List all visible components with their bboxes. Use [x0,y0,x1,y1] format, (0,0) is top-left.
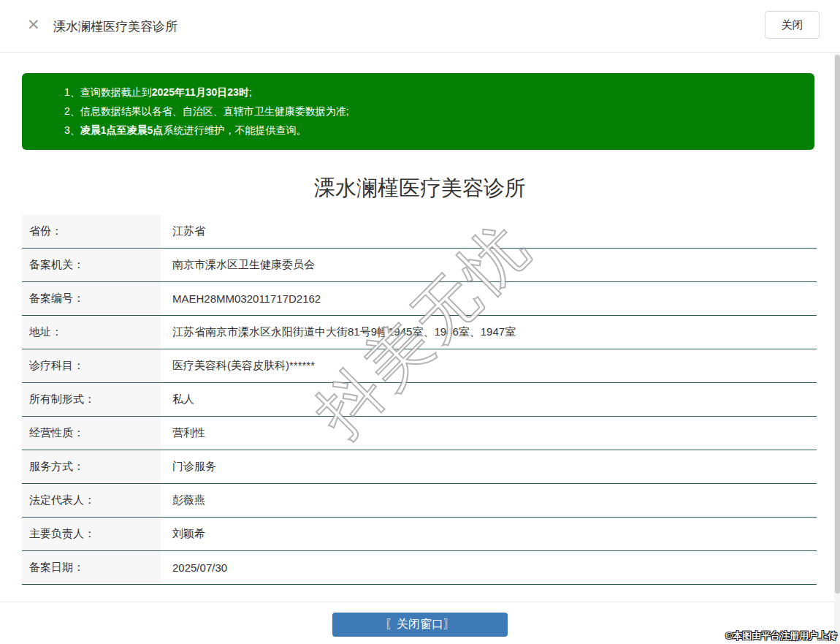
row-label: 备案编号： [22,282,161,315]
notice-banner: 1、查询数据截止到2025年11月30日23时;2、信息数据结果以各省、自治区、… [22,73,814,150]
row-value: 2025/07/30 [161,551,817,584]
window-titlebar: ✕ 溧水澜槿医疗美容诊所 关闭 [0,0,840,53]
page-title: 溧水澜槿医疗美容诊所 [0,174,840,203]
row-value: 南京市溧水区卫生健康委员会 [161,249,817,281]
row-value: 江苏省 [161,215,817,248]
notice-line: 2、信息数据结果以各省、自治区、直辖市卫生健康委数据为准; [64,102,800,121]
table-row: 经营性质：营利性 [22,417,817,450]
scrollbar[interactable] [834,53,840,644]
footer: 〖关闭窗口〗 [0,602,840,644]
row-label: 地址： [22,316,161,349]
row-label: 主要负责人： [22,518,161,550]
row-label: 备案机关： [22,249,161,281]
row-value: 医疗美容科(美容皮肤科)****** [161,349,817,382]
table-row: 诊疗科目：医疗美容科(美容皮肤科)****** [22,349,817,383]
table-row: 所有制形式：私人 [22,383,817,417]
table-row: 地址：江苏省南京市溧水区永阳街道中大街81号9幢1945室、1946室、1947… [22,316,817,349]
attribution: ©本图由平台注册用户上传 [725,629,837,643]
close-icon[interactable]: ✕ [27,17,40,32]
row-label: 备案日期： [22,551,161,584]
table-row: 服务方式：门诊服务 [22,450,817,484]
table-row: 备案编号：MAEH28MM032011717D2162 [22,282,817,316]
row-label: 诊疗科目： [22,349,161,382]
row-value: 门诊服务 [161,450,817,483]
close-window-button[interactable]: 〖关闭窗口〗 [332,613,508,637]
notice-line: 3、凌晨1点至凌晨5点系统进行维护，不能提供查询。 [64,121,800,140]
row-value: 刘颖希 [161,518,817,550]
row-label: 经营性质： [22,417,161,450]
row-label: 法定代表人： [22,484,161,517]
row-label: 所有制形式： [22,383,161,416]
row-value: 私人 [161,383,817,416]
row-value: MAEH28MM032011717D2162 [161,282,817,315]
row-label: 省份： [22,215,161,248]
window-title: 溧水澜槿医疗美容诊所 [53,18,177,35]
row-value: 江苏省南京市溧水区永阳街道中大街81号9幢1945室、1946室、1947室 [161,316,817,349]
row-value: 彭薇燕 [161,484,817,517]
detail-table: 省份：江苏省备案机关：南京市溧水区卫生健康委员会备案编号：MAEH28MM032… [22,215,817,585]
row-value: 营利性 [161,417,817,450]
notice-line: 1、查询数据截止到2025年11月30日23时; [64,83,800,102]
table-row: 备案日期：2025/07/30 [22,551,817,585]
table-row: 法定代表人：彭薇燕 [22,484,817,518]
table-row: 备案机关：南京市溧水区卫生健康委员会 [22,249,817,282]
table-row: 主要负责人：刘颖希 [22,518,817,551]
scrollbar-thumb[interactable] [835,55,840,594]
row-label: 服务方式： [22,450,161,483]
close-button[interactable]: 关闭 [765,11,820,39]
table-row: 省份：江苏省 [22,215,817,249]
